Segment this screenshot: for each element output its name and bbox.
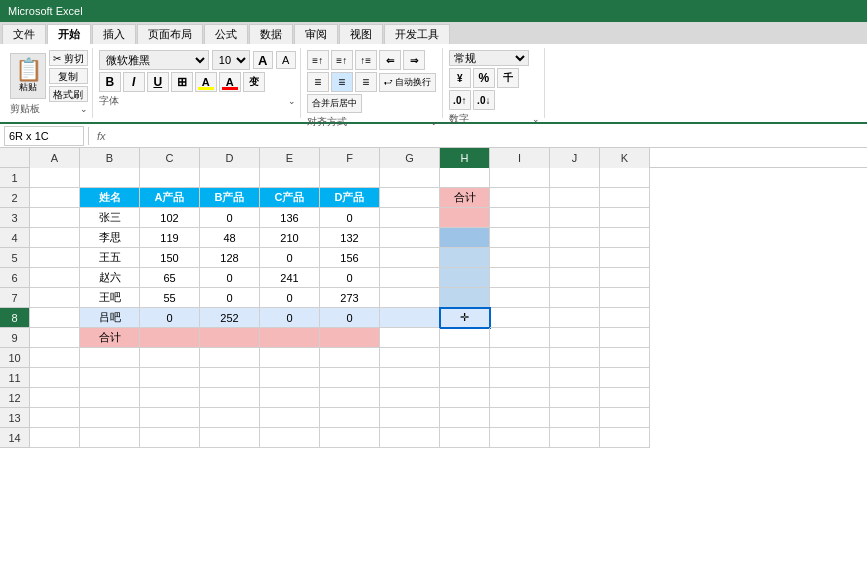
cell-e5[interactable]: 0 [260,248,320,268]
row-header-12[interactable]: 12 [0,388,30,408]
clipboard-expand[interactable]: ⌄ [80,104,88,114]
cell-f1[interactable] [320,168,380,188]
decimal-decrease-button[interactable]: .0↓ [473,90,495,110]
cell-b4[interactable]: 李思 [80,228,140,248]
font-name-selector[interactable]: 微软雅黑 [99,50,209,70]
cell-a3[interactable] [30,208,80,228]
col-header-c[interactable]: C [140,148,200,168]
cell-a2[interactable] [30,188,80,208]
cell-h12[interactable] [440,388,490,408]
font-expand[interactable]: ⌄ [288,96,296,106]
cell-k8[interactable] [600,308,650,328]
tab-formula[interactable]: 公式 [204,24,248,44]
cell-k3[interactable] [600,208,650,228]
cell-k4[interactable] [600,228,650,248]
align-top-center-button[interactable]: ≡↑ [331,50,353,70]
cell-g12[interactable] [380,388,440,408]
cell-k5[interactable] [600,248,650,268]
font-size-up-button[interactable]: A [253,51,273,69]
cell-f9[interactable] [320,328,380,348]
tab-file[interactable]: 文件 [2,24,46,44]
tab-developer[interactable]: 开发工具 [384,24,450,44]
cell-b8[interactable]: 吕吧 [80,308,140,328]
cell-e10[interactable] [260,348,320,368]
cell-k13[interactable] [600,408,650,428]
cell-i2[interactable] [490,188,550,208]
cell-f12[interactable] [320,388,380,408]
col-header-i[interactable]: I [490,148,550,168]
row-header-10[interactable]: 10 [0,348,30,368]
row-header-5[interactable]: 5 [0,248,30,268]
cell-i12[interactable] [490,388,550,408]
cell-h9[interactable] [440,328,490,348]
cell-b14[interactable] [80,428,140,448]
cell-e11[interactable] [260,368,320,388]
cell-f10[interactable] [320,348,380,368]
cell-a8[interactable] [30,308,80,328]
cell-i14[interactable] [490,428,550,448]
cell-e4[interactable]: 210 [260,228,320,248]
cell-g5[interactable] [380,248,440,268]
cell-b2-header[interactable]: 姓名 [80,188,140,208]
cell-i11[interactable] [490,368,550,388]
cell-j11[interactable] [550,368,600,388]
border-button[interactable]: ⊞ [171,72,193,92]
cell-e13[interactable] [260,408,320,428]
font-size-down-button[interactable]: A [276,51,296,69]
tab-home[interactable]: 开始 [47,24,91,44]
cell-d6[interactable]: 0 [200,268,260,288]
cell-k7[interactable] [600,288,650,308]
cell-j4[interactable] [550,228,600,248]
row-header-7[interactable]: 7 [0,288,30,308]
cell-g9[interactable] [380,328,440,348]
cell-e9[interactable] [260,328,320,348]
cell-d12[interactable] [200,388,260,408]
cell-b13[interactable] [80,408,140,428]
number-format-selector[interactable]: 常规 [449,50,529,66]
cell-i13[interactable] [490,408,550,428]
cell-g4[interactable] [380,228,440,248]
cell-g2[interactable] [380,188,440,208]
cell-j10[interactable] [550,348,600,368]
cell-f14[interactable] [320,428,380,448]
comma-button[interactable]: 千 [497,68,519,88]
row-header-2[interactable]: 2 [0,188,30,208]
cell-k1[interactable] [600,168,650,188]
cell-j3[interactable] [550,208,600,228]
font-color-button[interactable]: A [219,72,241,92]
cell-h11[interactable] [440,368,490,388]
cell-d1[interactable] [200,168,260,188]
cell-e1[interactable] [260,168,320,188]
cell-k11[interactable] [600,368,650,388]
cell-f8[interactable]: 0 [320,308,380,328]
cell-a6[interactable] [30,268,80,288]
cell-g3[interactable] [380,208,440,228]
cell-h5[interactable] [440,248,490,268]
align-top-left-button[interactable]: ≡↑ [307,50,329,70]
cell-a1[interactable] [30,168,80,188]
col-header-f[interactable]: F [320,148,380,168]
cell-c12[interactable] [140,388,200,408]
decimal-increase-button[interactable]: .0↑ [449,90,471,110]
tab-page-layout[interactable]: 页面布局 [137,24,203,44]
cell-k14[interactable] [600,428,650,448]
cell-i9[interactable] [490,328,550,348]
cell-h3[interactable] [440,208,490,228]
cell-f4[interactable]: 132 [320,228,380,248]
cell-k10[interactable] [600,348,650,368]
cell-h14[interactable] [440,428,490,448]
cell-f3[interactable]: 0 [320,208,380,228]
cell-d9[interactable] [200,328,260,348]
col-header-j[interactable]: J [550,148,600,168]
cell-g8[interactable] [380,308,440,328]
cell-h10[interactable] [440,348,490,368]
cell-a12[interactable] [30,388,80,408]
row-header-1[interactable]: 1 [0,168,30,188]
cell-k9[interactable] [600,328,650,348]
cut-button[interactable]: ✂ 剪切 [49,50,88,66]
name-box[interactable] [4,126,84,146]
cell-b1[interactable] [80,168,140,188]
cell-g6[interactable] [380,268,440,288]
cell-g1[interactable] [380,168,440,188]
col-header-b[interactable]: B [80,148,140,168]
